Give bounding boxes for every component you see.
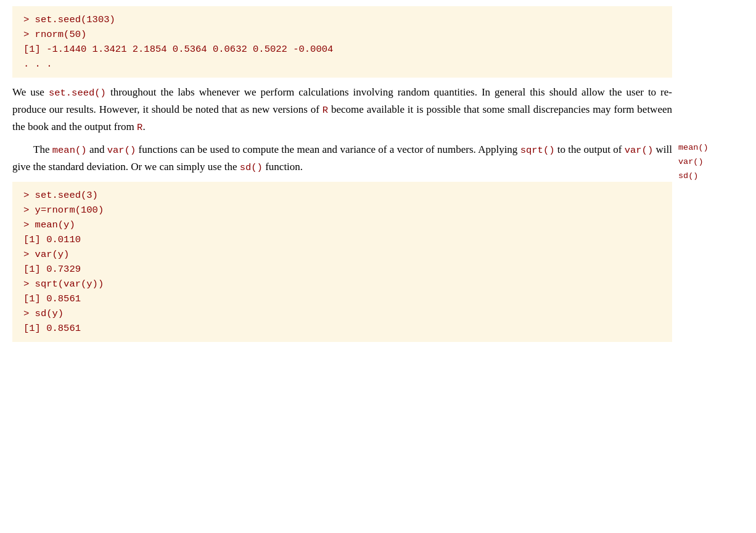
margin-note: mean() var() sd() — [678, 141, 752, 184]
prose-paragraph-2: The mean() and var() functions can be us… — [12, 141, 672, 176]
code-line-1: > set.seed(1303) — [23, 12, 661, 27]
code-block-1: > set.seed(1303) > rnorm(50) [1] -1.1440… — [12, 6, 672, 78]
inline-sd: sd() — [240, 162, 263, 173]
code2-line-9: > sd(y) — [23, 306, 661, 321]
inline-r-2: R — [137, 122, 142, 133]
prose-wrapper-2: The mean() and var() functions can be us… — [12, 141, 743, 176]
code2-line-1: > set.seed(3) — [23, 188, 661, 203]
code2-line-2: > y=rnorm(100) — [23, 203, 661, 218]
inline-var-2: var() — [625, 145, 654, 156]
prose-text-1: We use set.seed() throughout the labs wh… — [12, 84, 672, 135]
code-block-2: > set.seed(3) > y=rnorm(100) > mean(y) [… — [12, 182, 672, 342]
code2-line-3: > mean(y) — [23, 218, 661, 232]
margin-note-sd: sd() — [678, 169, 752, 184]
page: > set.seed(1303) > rnorm(50) [1] -1.1440… — [0, 6, 756, 533]
prose-paragraph-1: We use set.seed() throughout the labs wh… — [12, 84, 672, 135]
code2-line-10: [1] 0.8561 — [23, 321, 661, 336]
margin-note-var: var() — [678, 155, 752, 169]
inline-sqrt: sqrt() — [520, 145, 555, 156]
code2-line-7: > sqrt(var(y)) — [23, 277, 661, 291]
code2-line-8: [1] 0.8561 — [23, 291, 661, 306]
inline-mean: mean() — [52, 145, 87, 156]
code2-line-5: > var(y) — [23, 247, 661, 262]
code-line-3: [1] -1.1440 1.3421 2.1854 0.5364 0.0632 … — [23, 42, 661, 57]
code-line-2: > rnorm(50) — [23, 27, 661, 42]
code2-line-4: [1] 0.0110 — [23, 232, 661, 247]
inline-set-seed: set.seed() — [49, 87, 106, 99]
margin-note-mean: mean() — [678, 141, 752, 155]
inline-r-1: R — [323, 105, 328, 116]
code2-line-6: [1] 0.7329 — [23, 262, 661, 277]
prose-text-2: The mean() and var() functions can be us… — [12, 141, 672, 176]
inline-var-1: var() — [107, 145, 136, 156]
code-line-4: . . . — [23, 57, 661, 71]
